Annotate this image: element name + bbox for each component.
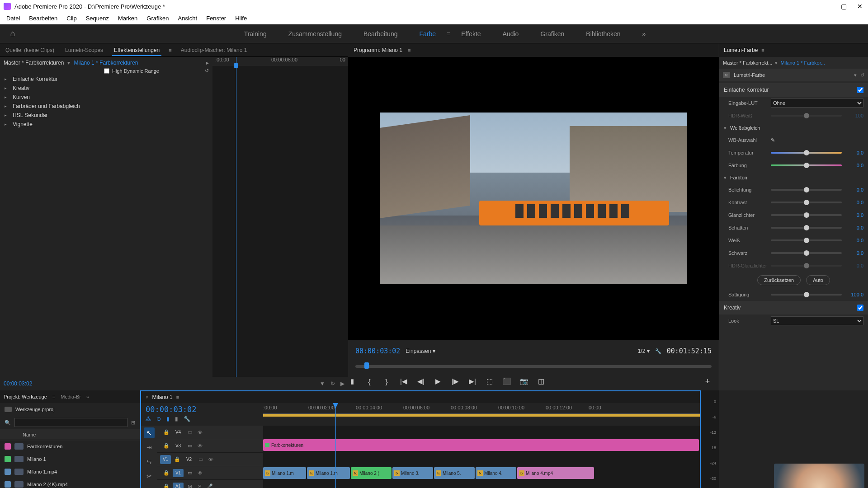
- selection-tool-icon[interactable]: ↖: [144, 427, 155, 438]
- video-clip[interactable]: fxMilano 5.: [434, 467, 475, 479]
- effect-item-creative[interactable]: Kreativ: [0, 84, 212, 93]
- tab-program[interactable]: Programm: Milano 1: [354, 47, 402, 53]
- workspace-audio[interactable]: Audio: [492, 30, 530, 38]
- effect-item-colorwheels[interactable]: Farbräder und Farbabgleich: [0, 102, 212, 111]
- workspace-overflow-icon[interactable]: »: [642, 30, 646, 38]
- minimize-button[interactable]: —: [823, 3, 832, 10]
- resolution-dropdown[interactable]: 1/2 ▾: [638, 348, 650, 354]
- menu-bearbeiten[interactable]: Bearbeiten: [24, 15, 62, 22]
- reset-button[interactable]: Zurücksetzen: [757, 275, 801, 285]
- goto-in-icon[interactable]: |◀: [400, 377, 408, 385]
- zoom-fit-dropdown[interactable]: Einpassen ▾: [406, 348, 435, 354]
- workspace-assembly[interactable]: Zusammenstellung: [278, 30, 353, 38]
- eye-icon[interactable]: 👁: [207, 457, 214, 462]
- toggle-output-icon[interactable]: ▭: [197, 456, 204, 462]
- eye-icon[interactable]: 👁: [196, 470, 203, 476]
- work-area-bar[interactable]: [263, 414, 700, 417]
- tab-effect-controls[interactable]: Effekteinstellungen: [112, 47, 161, 56]
- tab-lumetri-scopes[interactable]: Lumetri-Scopes: [63, 47, 105, 53]
- razor-tool-icon[interactable]: ✂: [144, 471, 155, 482]
- eyedropper-icon[interactable]: ✎: [771, 137, 775, 143]
- mute-icon[interactable]: M: [186, 484, 193, 488]
- video-clip[interactable]: fxMilano 4.: [476, 467, 516, 479]
- track-v2-label[interactable]: V2: [184, 455, 194, 464]
- workspace-training[interactable]: Training: [233, 30, 278, 38]
- exposure-value[interactable]: 0,0: [845, 187, 863, 192]
- track-select-tool-icon[interactable]: ⇥: [144, 442, 155, 453]
- new-item-icon[interactable]: ⊞: [131, 420, 135, 426]
- slip-tool-icon[interactable]: ↔: [144, 485, 155, 488]
- temperature-value[interactable]: 0,0: [845, 150, 863, 155]
- snap-icon[interactable]: ⁂: [146, 416, 151, 422]
- saturation-value[interactable]: 100,0: [845, 292, 863, 297]
- subsection-tone[interactable]: Farbton: [719, 172, 868, 183]
- saturation-slider[interactable]: [771, 294, 842, 296]
- toggle-output-icon[interactable]: ▭: [186, 470, 193, 476]
- shadows-slider[interactable]: [771, 227, 842, 229]
- lock-icon[interactable]: 🔒: [163, 443, 170, 449]
- tab-source[interactable]: Quelle: (keine Clips): [4, 47, 56, 53]
- close-sequence-icon[interactable]: ×: [146, 394, 148, 400]
- highlights-slider[interactable]: [771, 214, 842, 216]
- label-color-chip[interactable]: [5, 469, 11, 475]
- chevron-down-icon[interactable]: ▾: [775, 60, 778, 66]
- menu-marken[interactable]: Marken: [113, 15, 142, 22]
- project-item[interactable]: Farbkorrekturen: [0, 440, 140, 453]
- lift-icon[interactable]: ⬚: [486, 377, 494, 385]
- effect-tab-menu-icon[interactable]: ≡: [169, 47, 171, 53]
- menu-ansicht[interactable]: Ansicht: [173, 15, 202, 22]
- export-frame-icon[interactable]: 📷: [520, 377, 528, 385]
- auto-button[interactable]: Auto: [806, 275, 830, 285]
- contrast-value[interactable]: 0,0: [845, 200, 863, 205]
- section-basic-correction[interactable]: Einfache Korrektur: [719, 83, 868, 97]
- lock-icon[interactable]: 🔒: [163, 429, 170, 435]
- program-tab-menu-icon[interactable]: ≡: [408, 47, 410, 53]
- source-v1-patch[interactable]: V1: [160, 455, 171, 464]
- effect-clip-label[interactable]: Milano 1 * Farbkorrekturen: [74, 60, 138, 66]
- mark-out-icon[interactable]: }: [382, 378, 391, 385]
- video-clip[interactable]: fxMilano 2 (: [351, 467, 392, 479]
- lock-icon[interactable]: 🔒: [163, 470, 170, 476]
- video-clip[interactable]: fxMilano 4.mp4: [517, 467, 594, 479]
- voiceover-icon[interactable]: 🎤: [206, 483, 213, 488]
- step-forward-icon[interactable]: |▶: [451, 377, 459, 385]
- sequence-tab[interactable]: Milano 1: [152, 394, 172, 400]
- video-clip[interactable]: fxMilano 3.: [392, 467, 433, 479]
- project-item[interactable]: Milano 1: [0, 453, 140, 465]
- lumetri-clip-label[interactable]: Milano 1 * Farbkor...: [780, 60, 825, 66]
- settings-icon[interactable]: 🔧: [655, 348, 661, 354]
- solo-icon[interactable]: S: [196, 484, 203, 488]
- adjustment-layer-clip[interactable]: Farbkorrekturen: [263, 439, 699, 451]
- menu-grafiken[interactable]: Grafiken: [142, 15, 173, 22]
- panel-overflow-icon[interactable]: »: [86, 394, 89, 399]
- sequence-settings-icon[interactable]: ▮: [175, 416, 178, 422]
- tint-value[interactable]: 0,0: [845, 163, 863, 168]
- video-clip[interactable]: fxMilano 1.m: [307, 467, 350, 479]
- chevron-down-icon[interactable]: ▾: [854, 72, 857, 78]
- project-search-input[interactable]: [14, 418, 127, 427]
- blacks-slider[interactable]: [771, 252, 842, 254]
- creative-enable-checkbox[interactable]: [857, 305, 863, 311]
- workspace-graphics[interactable]: Grafiken: [529, 30, 575, 38]
- project-item[interactable]: Milano 2 (4K).mp4: [0, 478, 140, 488]
- button-editor-add-icon[interactable]: +: [703, 377, 712, 386]
- workspace-color[interactable]: Farbe: [408, 30, 447, 38]
- subsection-white-balance[interactable]: Weißabgleich: [719, 122, 868, 134]
- goto-out-icon[interactable]: ▶|: [468, 377, 476, 385]
- workspace-libraries[interactable]: Bibliotheken: [575, 30, 631, 38]
- tab-audio-mixer[interactable]: Audioclip-Mischer: Milano 1: [179, 47, 249, 53]
- menu-clip[interactable]: Clip: [62, 15, 81, 22]
- tab-lumetri-color[interactable]: Lumetri-Farbe: [724, 47, 758, 53]
- timeline-ruler[interactable]: :00:0000:00:02:0000:00:04:0000:00:06:000…: [263, 403, 700, 414]
- whites-value[interactable]: 0,0: [845, 238, 863, 243]
- track-a1-target[interactable]: A1: [173, 483, 184, 488]
- shadows-value[interactable]: 0,0: [845, 225, 863, 230]
- section-creative[interactable]: Kreativ: [719, 301, 868, 314]
- video-clip[interactable]: fxMilano 1.m: [263, 467, 306, 479]
- menu-fenster[interactable]: Fenster: [202, 15, 231, 22]
- reset-icon[interactable]: ↺: [205, 68, 209, 74]
- whites-slider[interactable]: [771, 239, 842, 241]
- loop-icon[interactable]: ↻: [330, 380, 335, 387]
- maximize-button[interactable]: ▢: [839, 3, 848, 10]
- highlights-value[interactable]: 0,0: [845, 212, 863, 218]
